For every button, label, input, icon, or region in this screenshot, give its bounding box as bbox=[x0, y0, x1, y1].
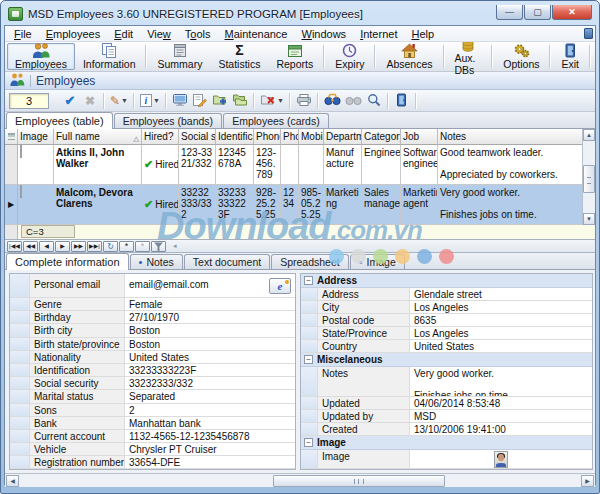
tab-employees-table[interactable]: Employees (table) bbox=[6, 112, 113, 129]
field-row[interactable]: Birth cityBoston bbox=[10, 324, 295, 337]
section-image[interactable]: −Image bbox=[301, 436, 592, 450]
field-row[interactable]: Updated04/06/2014 8:53:48 bbox=[301, 397, 592, 410]
scrollbar-thumb[interactable] bbox=[583, 165, 595, 193]
minimize-button[interactable]: — bbox=[496, 5, 523, 20]
toolbar-options-button[interactable]: Options bbox=[495, 43, 547, 70]
tab-spreadsheet[interactable]: Spreadsheet bbox=[271, 254, 349, 269]
send-email-button[interactable]: e bbox=[269, 278, 291, 294]
nav-filter-button[interactable] bbox=[151, 241, 166, 252]
field-row[interactable]: Birth state/provinceBoston bbox=[10, 338, 295, 351]
nav-first-button[interactable]: |◀◀ bbox=[7, 241, 22, 252]
field-row[interactable]: Birthday27/10/1970 bbox=[10, 311, 295, 324]
field-row[interactable]: Registration number33654-DFE bbox=[10, 456, 295, 469]
table-row-selected[interactable]: ▶ Malcom, Devora Clarens ✔Hired 33232333… bbox=[5, 185, 595, 225]
field-row[interactable]: VehicleChrysler PT Cruiser bbox=[10, 443, 295, 456]
tab-employees-bands[interactable]: Employees (bands) bbox=[114, 113, 222, 128]
collapse-icon[interactable]: − bbox=[304, 355, 313, 364]
delete-record-button[interactable]: ▼ bbox=[259, 92, 285, 110]
scroll-right-icon[interactable]: ▶ bbox=[581, 475, 594, 487]
tab-text-document[interactable]: Text document bbox=[184, 254, 270, 269]
cancel-button[interactable]: ✖ bbox=[81, 92, 99, 110]
field-row[interactable]: Current account1132-4565-12-1235456878 bbox=[10, 430, 295, 443]
column-header-image[interactable]: Image bbox=[18, 129, 54, 145]
column-header-category[interactable]: Category bbox=[362, 129, 401, 145]
column-header-job[interactable]: Job bbox=[401, 129, 438, 145]
toolbar-auxdbs-button[interactable]: Aux. DBs bbox=[447, 43, 490, 70]
nav-refresh-button[interactable]: ↻ bbox=[103, 241, 118, 252]
column-header-mobile[interactable]: Mobile bbox=[299, 129, 324, 145]
menu-edit[interactable]: Edit bbox=[107, 27, 140, 41]
edit-menu-button[interactable]: ✎▼ bbox=[109, 92, 129, 110]
table-vertical-scrollbar[interactable]: ▲ ▼ bbox=[582, 129, 595, 225]
toolbar-information-button[interactable]: Information bbox=[75, 43, 144, 70]
field-row[interactable]: Postal code8635 bbox=[301, 314, 592, 327]
nav-goto-bookmark-button[interactable]: * bbox=[135, 241, 150, 252]
column-header-hired[interactable]: Hired? bbox=[142, 129, 179, 145]
collapse-icon[interactable]: − bbox=[304, 438, 313, 447]
close-button[interactable]: ✕ bbox=[552, 5, 592, 20]
duplicate-record-button[interactable] bbox=[231, 92, 249, 110]
toolbar-statistics-button[interactable]: Σ Statistics bbox=[210, 43, 268, 70]
field-row[interactable]: State/ProvinceLos Angeles bbox=[301, 327, 592, 340]
nav-last-button[interactable]: ▶▶| bbox=[87, 241, 102, 252]
menu-file[interactable]: File bbox=[7, 27, 39, 41]
menu-help[interactable]: Help bbox=[404, 27, 441, 41]
table-row[interactable]: Atkins II, John Walker ✔Hired 123-3321/3… bbox=[5, 145, 595, 185]
column-header-phone1[interactable]: Phone 1 bbox=[254, 129, 281, 145]
search-button[interactable] bbox=[323, 92, 342, 110]
column-header-notes[interactable]: Notes bbox=[438, 129, 586, 145]
nav-next-button[interactable]: ▶ bbox=[55, 241, 70, 252]
nav-bookmark-button[interactable]: * bbox=[119, 241, 134, 252]
menu-internet[interactable]: Internet bbox=[353, 27, 404, 41]
field-row[interactable]: NotesVery good worker. Finishes jobs on … bbox=[301, 367, 592, 397]
view-record-button[interactable] bbox=[171, 92, 189, 110]
field-row[interactable]: Identification33233333223F bbox=[10, 364, 295, 377]
scroll-left-icon[interactable]: ◀ bbox=[6, 475, 19, 487]
row-selector-header[interactable] bbox=[5, 129, 18, 145]
toolbar-employees-button[interactable]: Employees bbox=[7, 43, 75, 70]
menu-windows[interactable]: Windows bbox=[294, 27, 353, 41]
nav-prior-button[interactable]: ◀ bbox=[39, 241, 54, 252]
search-again-button[interactable] bbox=[344, 92, 363, 110]
toolbar-summary-button[interactable]: Summary bbox=[149, 43, 210, 70]
accept-button[interactable]: ✔ bbox=[61, 92, 79, 110]
section-address[interactable]: −Address bbox=[301, 274, 592, 288]
field-row[interactable]: Updated byMSD bbox=[301, 410, 592, 423]
field-row[interactable]: CountryUnited States bbox=[301, 340, 592, 353]
scroll-up-icon[interactable]: ▲ bbox=[583, 129, 595, 141]
menu-employees[interactable]: Employees bbox=[39, 27, 107, 41]
column-header-fullname[interactable]: Full name△ bbox=[54, 129, 142, 145]
collapse-icon[interactable]: − bbox=[304, 276, 313, 285]
tab-employees-cards[interactable]: Employees (cards) bbox=[223, 113, 329, 128]
menu-tools[interactable]: Tools bbox=[178, 27, 218, 41]
toolbar-reports-button[interactable]: Reports bbox=[268, 43, 321, 70]
toolbar-absences-button[interactable]: Absences bbox=[378, 43, 440, 70]
field-row[interactable]: GenreFemale bbox=[10, 298, 295, 311]
edit-record-button[interactable] bbox=[191, 92, 209, 110]
maximize-button[interactable]: ▢ bbox=[524, 5, 551, 20]
menu-maintenance[interactable]: Maintenance bbox=[217, 27, 294, 41]
tab-notes[interactable]: Notes bbox=[130, 254, 183, 269]
toolbar-exit-button[interactable]: Exit bbox=[553, 43, 587, 70]
menu-view[interactable]: View bbox=[140, 27, 178, 41]
field-row[interactable]: Personal emailemail@email.come bbox=[10, 274, 295, 298]
column-header-department[interactable]: Department bbox=[324, 129, 362, 145]
field-row[interactable]: Marital statusSeparated bbox=[10, 390, 295, 403]
zoom-button[interactable] bbox=[365, 92, 383, 110]
scroll-down-icon[interactable]: ▼ bbox=[583, 213, 595, 225]
toolbar-expiry-button[interactable]: Expiry bbox=[327, 43, 372, 70]
field-row[interactable]: NationalityUnited States bbox=[10, 351, 295, 364]
info-menu-button[interactable]: i▼ bbox=[139, 92, 161, 110]
tab-complete-information[interactable]: Complete information bbox=[6, 253, 129, 270]
close-view-button[interactable] bbox=[393, 92, 411, 110]
scrollbar-thumb[interactable] bbox=[273, 475, 445, 487]
horizontal-scrollbar[interactable]: ◀ ▶ bbox=[5, 473, 595, 487]
field-row[interactable]: CityLos Angeles bbox=[301, 301, 592, 314]
field-row[interactable]: Created13/10/2006 19:41:00 bbox=[301, 423, 592, 436]
nav-prior-page-button[interactable]: ◀◀ bbox=[23, 241, 38, 252]
field-row[interactable]: Image bbox=[301, 450, 592, 469]
column-header-social[interactable]: Social secu bbox=[179, 129, 216, 145]
field-row[interactable]: BankManhattan bank bbox=[10, 417, 295, 430]
field-row[interactable]: Sons2 bbox=[10, 404, 295, 417]
field-row[interactable]: AddressGlendale street bbox=[301, 288, 592, 301]
